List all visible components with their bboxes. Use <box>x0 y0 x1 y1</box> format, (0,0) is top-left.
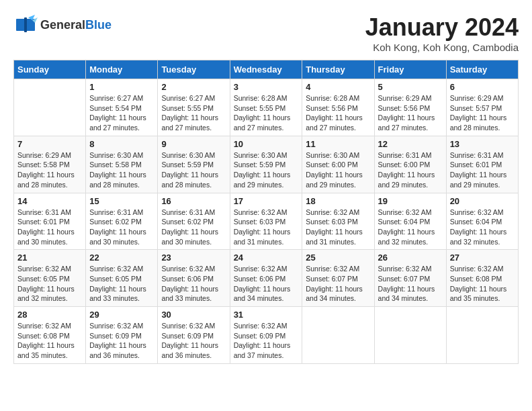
calendar-cell: 4Sunrise: 6:28 AM Sunset: 5:56 PM Daylig… <box>302 79 374 136</box>
svg-rect-3 <box>24 17 27 32</box>
day-header-wednesday: Wednesday <box>230 60 302 79</box>
calendar-week-2: 7Sunrise: 6:29 AM Sunset: 5:58 PM Daylig… <box>14 136 519 193</box>
month-title: January 2024 <box>365 13 519 42</box>
day-number: 22 <box>89 253 154 263</box>
day-info: Sunrise: 6:32 AM Sunset: 6:07 PM Dayligh… <box>378 264 443 304</box>
calendar-cell: 3Sunrise: 6:28 AM Sunset: 5:55 PM Daylig… <box>230 79 302 136</box>
day-number: 25 <box>306 253 370 263</box>
day-info: Sunrise: 6:32 AM Sunset: 6:05 PM Dayligh… <box>17 264 82 304</box>
calendar-cell: 14Sunrise: 6:31 AM Sunset: 6:01 PM Dayli… <box>14 193 86 250</box>
day-number: 26 <box>378 253 443 263</box>
page-header: GeneralBlue January 2024 Koh Kong, Koh K… <box>13 13 519 53</box>
calendar-cell: 5Sunrise: 6:29 AM Sunset: 5:56 PM Daylig… <box>374 79 446 136</box>
calendar-week-1: 1Sunrise: 6:27 AM Sunset: 5:54 PM Daylig… <box>14 79 519 136</box>
calendar-cell: 15Sunrise: 6:31 AM Sunset: 6:02 PM Dayli… <box>86 193 158 250</box>
day-header-thursday: Thursday <box>302 60 374 79</box>
day-number: 14 <box>17 196 82 206</box>
day-number: 2 <box>161 82 226 92</box>
calendar-table: SundayMondayTuesdayWednesdayThursdayFrid… <box>13 60 519 364</box>
svg-rect-1 <box>16 19 25 31</box>
day-info: Sunrise: 6:32 AM Sunset: 6:08 PM Dayligh… <box>450 264 515 304</box>
calendar-cell: 6Sunrise: 6:29 AM Sunset: 5:57 PM Daylig… <box>446 79 518 136</box>
day-info: Sunrise: 6:32 AM Sunset: 6:04 PM Dayligh… <box>450 208 515 247</box>
calendar-cell: 18Sunrise: 6:32 AM Sunset: 6:03 PM Dayli… <box>302 193 374 250</box>
day-info: Sunrise: 6:32 AM Sunset: 6:05 PM Dayligh… <box>89 264 154 304</box>
day-header-monday: Monday <box>86 60 158 79</box>
calendar-header: SundayMondayTuesdayWednesdayThursdayFrid… <box>14 60 519 79</box>
calendar-body: 1Sunrise: 6:27 AM Sunset: 5:54 PM Daylig… <box>14 79 519 364</box>
day-number: 24 <box>234 253 299 263</box>
day-info: Sunrise: 6:32 AM Sunset: 6:06 PM Dayligh… <box>161 264 226 304</box>
day-number: 20 <box>450 196 515 206</box>
calendar-cell: 24Sunrise: 6:32 AM Sunset: 6:06 PM Dayli… <box>230 250 302 307</box>
day-number: 31 <box>234 310 299 320</box>
day-info: Sunrise: 6:30 AM Sunset: 6:00 PM Dayligh… <box>306 150 370 190</box>
day-header-sunday: Sunday <box>14 60 86 79</box>
day-number: 5 <box>378 82 443 92</box>
day-number: 4 <box>306 82 370 92</box>
calendar-cell <box>446 307 518 364</box>
calendar-cell <box>302 307 374 364</box>
day-number: 8 <box>89 139 154 149</box>
logo-general: GeneralBlue <box>40 19 112 32</box>
day-header-saturday: Saturday <box>446 60 518 79</box>
calendar-cell: 20Sunrise: 6:32 AM Sunset: 6:04 PM Dayli… <box>446 193 518 250</box>
day-info: Sunrise: 6:32 AM Sunset: 6:09 PM Dayligh… <box>89 321 154 361</box>
calendar-cell: 11Sunrise: 6:30 AM Sunset: 6:00 PM Dayli… <box>302 136 374 193</box>
day-info: Sunrise: 6:31 AM Sunset: 6:00 PM Dayligh… <box>378 150 443 190</box>
day-info: Sunrise: 6:28 AM Sunset: 5:55 PM Dayligh… <box>234 93 299 133</box>
day-number: 18 <box>306 196 370 206</box>
day-number: 11 <box>306 139 370 149</box>
location: Koh Kong, Koh Kong, Cambodia <box>365 42 519 53</box>
calendar-cell: 9Sunrise: 6:30 AM Sunset: 5:59 PM Daylig… <box>158 136 230 193</box>
day-number: 23 <box>161 253 226 263</box>
calendar-cell: 13Sunrise: 6:31 AM Sunset: 6:01 PM Dayli… <box>446 136 518 193</box>
day-number: 12 <box>378 139 443 149</box>
calendar-cell: 27Sunrise: 6:32 AM Sunset: 6:08 PM Dayli… <box>446 250 518 307</box>
calendar-cell: 23Sunrise: 6:32 AM Sunset: 6:06 PM Dayli… <box>158 250 230 307</box>
calendar-cell: 30Sunrise: 6:32 AM Sunset: 6:09 PM Dayli… <box>158 307 230 364</box>
day-info: Sunrise: 6:30 AM Sunset: 5:58 PM Dayligh… <box>89 150 154 190</box>
calendar-cell: 1Sunrise: 6:27 AM Sunset: 5:54 PM Daylig… <box>86 79 158 136</box>
day-info: Sunrise: 6:31 AM Sunset: 6:01 PM Dayligh… <box>17 208 82 247</box>
day-number: 29 <box>89 310 154 320</box>
day-number: 7 <box>17 139 82 149</box>
day-number: 17 <box>234 196 299 206</box>
day-number: 15 <box>89 196 154 206</box>
calendar-cell: 21Sunrise: 6:32 AM Sunset: 6:05 PM Dayli… <box>14 250 86 307</box>
calendar-week-5: 28Sunrise: 6:32 AM Sunset: 6:08 PM Dayli… <box>14 307 519 364</box>
day-info: Sunrise: 6:30 AM Sunset: 5:59 PM Dayligh… <box>161 150 226 190</box>
calendar-cell: 28Sunrise: 6:32 AM Sunset: 6:08 PM Dayli… <box>14 307 86 364</box>
day-info: Sunrise: 6:29 AM Sunset: 5:57 PM Dayligh… <box>450 93 515 133</box>
calendar-cell <box>14 79 86 136</box>
day-info: Sunrise: 6:28 AM Sunset: 5:56 PM Dayligh… <box>306 93 370 133</box>
calendar-cell: 31Sunrise: 6:32 AM Sunset: 6:09 PM Dayli… <box>230 307 302 364</box>
day-number: 21 <box>17 253 82 263</box>
logo-icon <box>13 13 38 38</box>
day-info: Sunrise: 6:32 AM Sunset: 6:03 PM Dayligh… <box>234 208 299 247</box>
day-number: 6 <box>450 82 515 92</box>
day-info: Sunrise: 6:30 AM Sunset: 5:59 PM Dayligh… <box>234 150 299 190</box>
calendar-cell: 26Sunrise: 6:32 AM Sunset: 6:07 PM Dayli… <box>374 250 446 307</box>
day-info: Sunrise: 6:31 AM Sunset: 6:02 PM Dayligh… <box>89 208 154 247</box>
calendar-week-3: 14Sunrise: 6:31 AM Sunset: 6:01 PM Dayli… <box>14 193 519 250</box>
day-info: Sunrise: 6:32 AM Sunset: 6:03 PM Dayligh… <box>306 208 370 247</box>
day-info: Sunrise: 6:29 AM Sunset: 5:56 PM Dayligh… <box>378 93 443 133</box>
day-number: 10 <box>234 139 299 149</box>
day-info: Sunrise: 6:32 AM Sunset: 6:09 PM Dayligh… <box>161 321 226 361</box>
day-info: Sunrise: 6:32 AM Sunset: 6:09 PM Dayligh… <box>234 321 299 361</box>
calendar-cell: 8Sunrise: 6:30 AM Sunset: 5:58 PM Daylig… <box>86 136 158 193</box>
day-number: 19 <box>378 196 443 206</box>
logo: GeneralBlue <box>13 13 112 38</box>
calendar-cell: 19Sunrise: 6:32 AM Sunset: 6:04 PM Dayli… <box>374 193 446 250</box>
day-header-friday: Friday <box>374 60 446 79</box>
day-number: 1 <box>89 82 154 92</box>
calendar-cell: 29Sunrise: 6:32 AM Sunset: 6:09 PM Dayli… <box>86 307 158 364</box>
calendar-cell: 17Sunrise: 6:32 AM Sunset: 6:03 PM Dayli… <box>230 193 302 250</box>
day-info: Sunrise: 6:29 AM Sunset: 5:58 PM Dayligh… <box>17 150 82 190</box>
calendar-cell: 10Sunrise: 6:30 AM Sunset: 5:59 PM Dayli… <box>230 136 302 193</box>
day-number: 9 <box>161 139 226 149</box>
day-number: 13 <box>450 139 515 149</box>
day-info: Sunrise: 6:32 AM Sunset: 6:06 PM Dayligh… <box>234 264 299 304</box>
day-number: 27 <box>450 253 515 263</box>
